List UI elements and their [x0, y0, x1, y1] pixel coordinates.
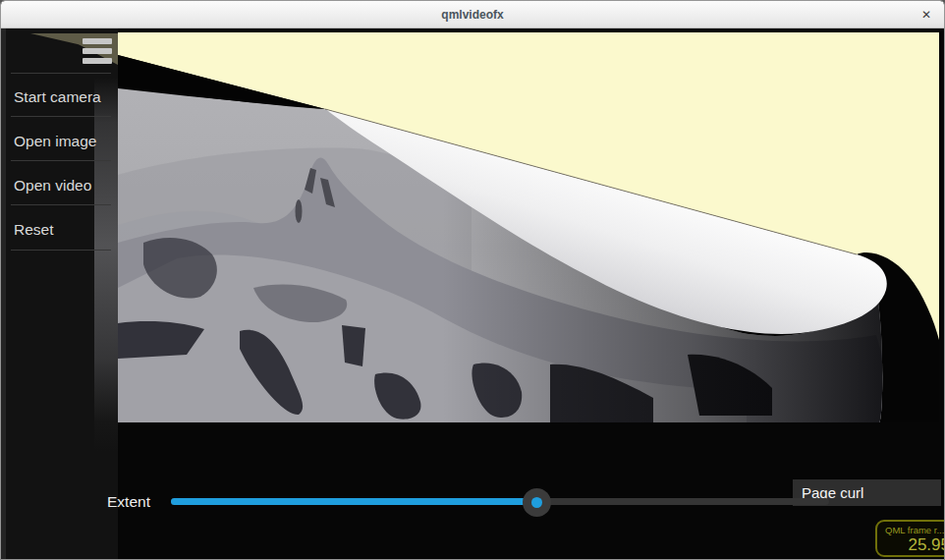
hamburger-icon — [83, 38, 112, 44]
fps-meter-value: 25.95 — [877, 535, 945, 555]
video-effect-surface — [118, 32, 939, 422]
slider-label: Extent — [107, 493, 150, 511]
sidebar-item-open-image[interactable]: Open image — [14, 133, 116, 154]
slider-handle-dot — [531, 497, 542, 508]
fps-meter-label: QML frame r... — [885, 525, 944, 535]
sidebar-item-start-camera[interactable]: Start camera — [14, 88, 116, 110]
sidebar-divider — [11, 160, 111, 161]
sidebar: Start camera Open image Open video Reset — [6, 28, 118, 559]
sidebar-item-open-video[interactable]: Open video — [14, 177, 116, 198]
sidebar-item-reset[interactable]: Reset — [14, 221, 116, 243]
slider-fill — [171, 498, 536, 505]
window-titlebar: qmlvideofx ✕ — [1, 1, 944, 28]
hamburger-icon — [83, 58, 112, 64]
app-window: qmlvideofx ✕ — [0, 0, 945, 560]
fps-meter: QML frame r... 25.95 — [875, 520, 945, 557]
slider-handle[interactable] — [523, 488, 551, 517]
sidebar-divider — [11, 73, 111, 74]
close-icon: ✕ — [921, 8, 931, 22]
sidebar-divider — [11, 116, 111, 117]
sidebar-divider — [11, 204, 111, 205]
window-close-button[interactable]: ✕ — [917, 1, 936, 28]
sidebar-divider — [11, 250, 111, 251]
window-title: qmlvideofx — [1, 1, 944, 28]
hamburger-icon — [83, 48, 112, 54]
sidebar-menu-button[interactable] — [83, 38, 112, 66]
